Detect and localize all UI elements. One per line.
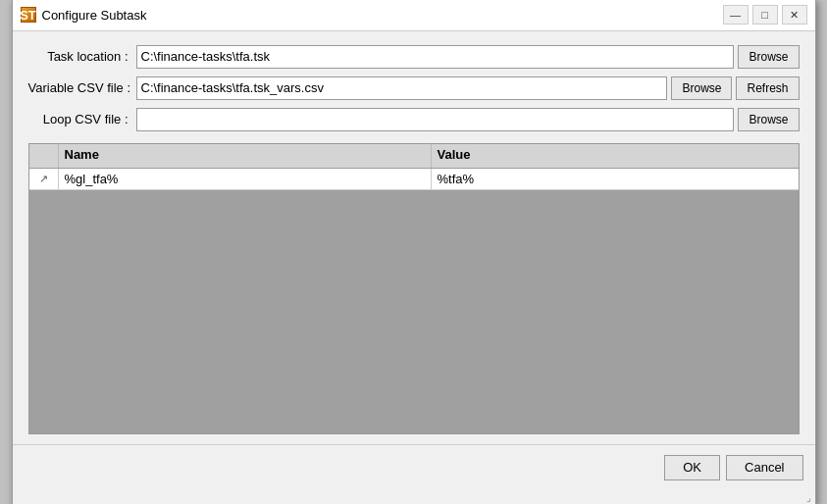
table-header: Name Value bbox=[29, 144, 799, 169]
loop-csv-row: Loop CSV file : Browse bbox=[28, 108, 800, 131]
refresh-button[interactable]: Refresh bbox=[736, 76, 799, 100]
title-controls: — □ ✕ bbox=[723, 5, 807, 25]
row-name: %gl_tfa% bbox=[59, 169, 432, 189]
col-name-header: Name bbox=[59, 144, 432, 168]
row-icon: ↗ bbox=[29, 169, 59, 189]
table-body: ↗ %gl_tfa% %tfa% bbox=[29, 169, 799, 433]
ok-button[interactable]: OK bbox=[664, 455, 720, 480]
task-location-browse-button[interactable]: Browse bbox=[738, 45, 799, 69]
task-location-label: Task location : bbox=[28, 49, 136, 64]
variable-csv-row: Variable CSV file : Browse Refresh bbox=[28, 76, 800, 100]
table-empty-area bbox=[29, 190, 799, 429]
dialog-footer: OK Cancel bbox=[13, 444, 815, 490]
cancel-button[interactable]: Cancel bbox=[726, 455, 802, 480]
maximize-button[interactable]: □ bbox=[752, 5, 778, 25]
col-icon-header bbox=[29, 144, 59, 168]
minimize-button[interactable]: — bbox=[723, 5, 749, 25]
task-location-input[interactable] bbox=[136, 45, 735, 69]
loop-csv-label: Loop CSV file : bbox=[28, 112, 136, 126]
window-icon: ST bbox=[21, 7, 36, 23]
table-row[interactable]: ↗ %gl_tfa% %tfa% bbox=[29, 169, 799, 190]
col-value-header: Value bbox=[432, 144, 799, 168]
form-content: Task location : Browse Variable CSV file… bbox=[13, 31, 815, 444]
variable-csv-label: Variable CSV file : bbox=[28, 80, 136, 95]
resize-corner: ⌟ bbox=[13, 490, 815, 505]
close-button[interactable]: ✕ bbox=[782, 5, 807, 25]
task-location-row: Task location : Browse bbox=[28, 45, 800, 69]
loop-csv-browse-button[interactable]: Browse bbox=[738, 108, 799, 131]
loop-csv-input[interactable] bbox=[136, 108, 735, 131]
variables-table: Name Value ↗ %gl_tfa% %tfa% bbox=[28, 143, 800, 434]
title-bar: ST Configure Subtask — □ ✕ bbox=[13, 0, 815, 31]
title-bar-left: ST Configure Subtask bbox=[21, 7, 147, 23]
window-title: Configure Subtask bbox=[42, 8, 147, 23]
variable-csv-browse-button[interactable]: Browse bbox=[671, 76, 732, 100]
row-value: %tfa% bbox=[432, 169, 799, 189]
variable-csv-input[interactable] bbox=[136, 76, 668, 100]
configure-subtask-window: ST Configure Subtask — □ ✕ Task location… bbox=[12, 0, 816, 504]
